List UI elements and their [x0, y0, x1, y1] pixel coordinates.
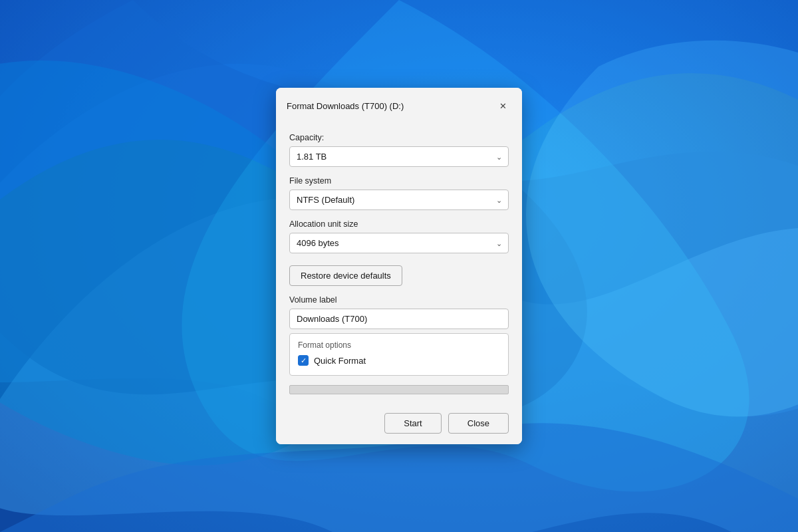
- format-options-box: Format options ✓ Quick Format: [289, 333, 509, 376]
- checkmark-icon: ✓: [301, 357, 307, 364]
- capacity-label: Capacity:: [289, 133, 509, 142]
- start-button[interactable]: Start: [384, 413, 441, 434]
- format-dialog: Format Downloads (T700) (D:) ✕ Capacity:…: [276, 88, 522, 444]
- capacity-dropdown[interactable]: 1.81 TB: [289, 146, 509, 167]
- filesystem-dropdown-wrapper: NTFS (Default)FAT32exFAT ⌄: [289, 190, 509, 210]
- format-options-label: Format options: [298, 340, 500, 350]
- dialog-footer: Start Close: [276, 405, 522, 444]
- alloc-label: Allocation unit size: [289, 219, 509, 229]
- restore-defaults-button[interactable]: Restore device defaults: [289, 265, 402, 286]
- close-button[interactable]: Close: [448, 413, 509, 434]
- volume-label-label: Volume label: [289, 295, 509, 305]
- volume-label-input[interactable]: [289, 309, 509, 329]
- filesystem-dropdown[interactable]: NTFS (Default)FAT32exFAT: [289, 190, 509, 210]
- dialog-overlay: Format Downloads (T700) (D:) ✕ Capacity:…: [0, 0, 798, 532]
- alloc-dropdown-wrapper: 512 bytes1024 bytes2048 bytes4096 bytes8…: [289, 233, 509, 253]
- dialog-title: Format Downloads (T700) (D:): [287, 101, 404, 111]
- dialog-titlebar: Format Downloads (T700) (D:) ✕: [276, 88, 522, 121]
- quick-format-label: Quick Format: [314, 356, 366, 366]
- filesystem-label: File system: [289, 176, 509, 186]
- capacity-dropdown-wrapper: 1.81 TB ⌄: [289, 146, 509, 167]
- quick-format-row: ✓ Quick Format: [298, 355, 500, 366]
- progress-bar: [289, 385, 509, 394]
- alloc-dropdown[interactable]: 512 bytes1024 bytes2048 bytes4096 bytes8…: [289, 233, 509, 253]
- quick-format-checkbox[interactable]: ✓: [298, 355, 309, 366]
- dialog-body: Capacity: 1.81 TB ⌄ File system NTFS (De…: [276, 121, 522, 405]
- close-icon-button[interactable]: ✕: [494, 97, 511, 114]
